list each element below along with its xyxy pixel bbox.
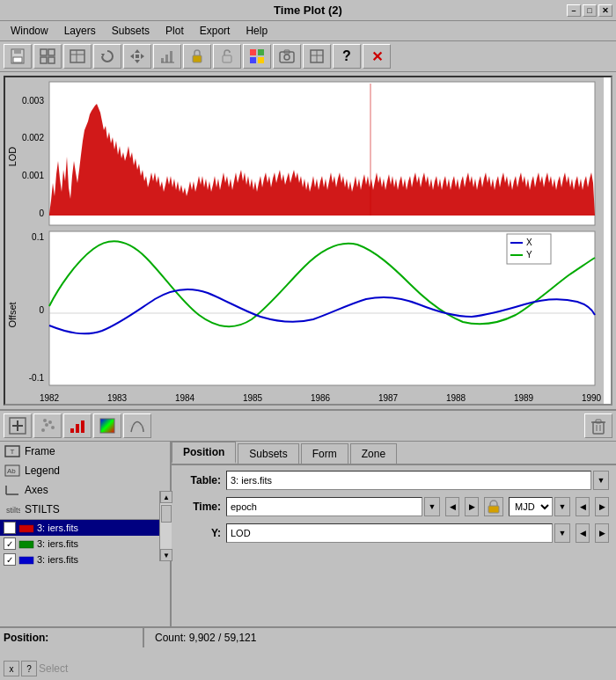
y-nav-right[interactable]: ▶ bbox=[595, 523, 609, 543]
time-select-wrap: epoch ▼ bbox=[226, 497, 440, 516]
minimize-button[interactable]: – bbox=[567, 4, 581, 17]
svg-marker-11 bbox=[135, 49, 140, 53]
table-select[interactable]: 3: iers.fits bbox=[226, 471, 591, 490]
menu-export[interactable]: Export bbox=[193, 23, 238, 39]
camera-button[interactable] bbox=[273, 44, 301, 69]
svg-point-39 bbox=[45, 423, 48, 427]
table-select-arrow[interactable]: ▼ bbox=[593, 471, 609, 490]
time-select[interactable]: epoch bbox=[226, 497, 422, 516]
svg-rect-23 bbox=[258, 49, 264, 55]
y-nav-left[interactable]: ◀ bbox=[576, 523, 590, 543]
svg-rect-7 bbox=[70, 50, 84, 62]
tab-subsets[interactable]: Subsets bbox=[238, 443, 298, 464]
x-1988: 1988 bbox=[446, 393, 466, 403]
y-zero: 0 bbox=[39, 305, 44, 315]
menu-plot[interactable]: Plot bbox=[158, 23, 191, 39]
stilts-icon: stilts bbox=[4, 502, 21, 516]
x-button[interactable]: x bbox=[4, 661, 19, 676]
unit-nav-right[interactable]: ▶ bbox=[595, 497, 609, 516]
time-nav-right[interactable]: ▶ bbox=[465, 497, 479, 516]
data-layer-1[interactable]: ✓ 3: iers.fits bbox=[0, 536, 170, 552]
data-layer-0[interactable]: ✓ 3: iers.fits bbox=[0, 520, 170, 536]
checkbox-1[interactable]: ✓ bbox=[4, 537, 16, 550]
layer-frame-label: Frame bbox=[25, 445, 166, 457]
add-plot-button[interactable] bbox=[4, 413, 32, 438]
y-select-wrap: LOD ▼ bbox=[226, 523, 570, 543]
svg-rect-6 bbox=[48, 57, 55, 63]
tab-position[interactable]: Position bbox=[172, 442, 236, 464]
export2-button[interactable] bbox=[303, 44, 331, 69]
q-button[interactable]: ? bbox=[21, 661, 37, 676]
stats-button[interactable] bbox=[153, 44, 181, 69]
svg-marker-14 bbox=[141, 54, 144, 59]
refresh-button[interactable] bbox=[93, 44, 121, 69]
lock-button[interactable] bbox=[183, 44, 211, 69]
y-select-arrow[interactable]: ▼ bbox=[554, 523, 570, 543]
data-layer-2[interactable]: ✓ 3: iers.fits bbox=[0, 552, 170, 567]
layer-legend[interactable]: Ab Legend bbox=[0, 461, 170, 480]
svg-rect-1 bbox=[14, 49, 21, 54]
window-controls: – □ ✕ bbox=[567, 4, 612, 17]
layer-stilts[interactable]: stilts STILTS bbox=[0, 500, 170, 519]
grid-button[interactable] bbox=[33, 44, 62, 69]
help-button[interactable]: ? bbox=[333, 44, 361, 69]
y-select[interactable]: LOD bbox=[226, 523, 553, 543]
checkbox-0[interactable]: ✓ bbox=[4, 522, 16, 534]
layer-content: T Frame Ab Legend Axes stilts ST bbox=[0, 442, 616, 626]
svg-rect-15 bbox=[136, 55, 139, 58]
svg-rect-48 bbox=[593, 422, 604, 434]
count-label: Count: 9,902 / 59,121 bbox=[148, 632, 612, 644]
heat-button[interactable] bbox=[93, 413, 121, 438]
main-toolbar: ? ✕ bbox=[0, 41, 616, 72]
unit-select-arrow[interactable]: ▼ bbox=[554, 497, 570, 516]
right-panel: Position Subsets Form Zone Table: 3: ier… bbox=[172, 442, 616, 626]
tab-form[interactable]: Form bbox=[301, 443, 348, 464]
unlock-button[interactable] bbox=[213, 44, 241, 69]
time-select-arrow[interactable]: ▼ bbox=[424, 497, 440, 516]
svg-rect-45 bbox=[81, 420, 84, 433]
tab-bar: Position Subsets Form Zone bbox=[172, 442, 616, 465]
legend-y-label: Y bbox=[526, 250, 532, 260]
layer-scrollbar[interactable]: ▲ ▼ bbox=[159, 491, 172, 561]
y-0003: 0.003 bbox=[22, 96, 44, 106]
svg-rect-22 bbox=[250, 49, 256, 55]
time-lock[interactable] bbox=[484, 497, 503, 516]
tab-position-content: Table: 3: iers.fits ▼ Time: epoch bbox=[172, 465, 616, 548]
svg-rect-60 bbox=[19, 525, 33, 532]
delete-layer-button[interactable] bbox=[584, 413, 612, 438]
table-button[interactable] bbox=[63, 44, 92, 69]
color-button[interactable] bbox=[243, 44, 271, 69]
move-button[interactable] bbox=[123, 44, 151, 69]
svg-rect-24 bbox=[250, 57, 256, 63]
scroll-up-btn[interactable]: ▲ bbox=[160, 491, 172, 503]
scroll-down-btn[interactable]: ▼ bbox=[160, 549, 172, 561]
svg-rect-61 bbox=[19, 541, 33, 548]
menu-window[interactable]: Window bbox=[4, 23, 55, 39]
save-button[interactable] bbox=[4, 44, 32, 69]
svg-point-27 bbox=[284, 55, 290, 60]
menu-subsets[interactable]: Subsets bbox=[105, 23, 157, 39]
scroll-thumb[interactable] bbox=[161, 505, 172, 523]
maximize-button[interactable]: □ bbox=[583, 4, 597, 17]
svg-rect-3 bbox=[40, 49, 47, 55]
function-button[interactable] bbox=[123, 413, 151, 438]
menu-help[interactable]: Help bbox=[238, 23, 275, 39]
checkbox-2[interactable]: ✓ bbox=[4, 553, 16, 566]
tab-zone[interactable]: Zone bbox=[350, 443, 397, 464]
y-neg: -0.1 bbox=[29, 373, 45, 383]
table-label: Table: bbox=[179, 474, 221, 486]
scatter-button[interactable] bbox=[33, 413, 62, 438]
layer-frame[interactable]: T Frame bbox=[0, 442, 170, 461]
unit-select-wrap: MJD ▼ bbox=[509, 497, 570, 516]
y-row-form: Y: LOD ▼ ◀ ▶ bbox=[179, 523, 609, 543]
unit-select[interactable]: MJD bbox=[509, 497, 553, 516]
x-1990: 1990 bbox=[582, 393, 602, 403]
layer-axes[interactable]: Axes bbox=[0, 480, 170, 500]
close-button[interactable]: ✕ bbox=[598, 4, 612, 17]
bar-plot-button[interactable] bbox=[63, 413, 92, 438]
time-nav-left[interactable]: ◀ bbox=[445, 497, 459, 516]
unit-nav-left[interactable]: ◀ bbox=[576, 497, 590, 516]
menu-layers[interactable]: Layers bbox=[57, 23, 103, 39]
close-tb-button[interactable]: ✕ bbox=[363, 44, 391, 69]
x-1982: 1982 bbox=[40, 393, 60, 403]
